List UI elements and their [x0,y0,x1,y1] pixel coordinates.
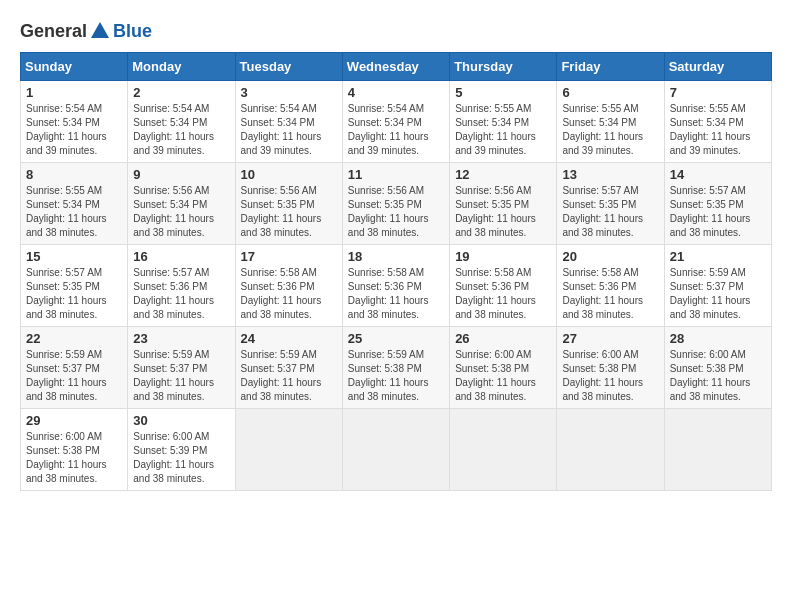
calendar-header-row: SundayMondayTuesdayWednesdayThursdayFrid… [21,53,772,81]
calendar-day-cell [235,409,342,491]
day-number: 25 [348,331,444,346]
day-number: 23 [133,331,229,346]
calendar-day-cell [664,409,771,491]
day-number: 14 [670,167,766,182]
day-number: 16 [133,249,229,264]
svg-marker-0 [91,22,109,38]
calendar-day-cell: 18 Sunrise: 5:58 AM Sunset: 5:36 PM Dayl… [342,245,449,327]
calendar-day-header: Thursday [450,53,557,81]
calendar-day-cell [450,409,557,491]
day-number: 30 [133,413,229,428]
calendar-day-cell: 5 Sunrise: 5:55 AM Sunset: 5:34 PM Dayli… [450,81,557,163]
day-number: 3 [241,85,337,100]
calendar-day-cell [342,409,449,491]
day-info: Sunrise: 5:59 AM Sunset: 5:37 PM Dayligh… [241,348,337,404]
day-number: 1 [26,85,122,100]
day-number: 27 [562,331,658,346]
calendar-day-cell: 6 Sunrise: 5:55 AM Sunset: 5:34 PM Dayli… [557,81,664,163]
day-info: Sunrise: 5:59 AM Sunset: 5:37 PM Dayligh… [26,348,122,404]
day-info: Sunrise: 5:58 AM Sunset: 5:36 PM Dayligh… [348,266,444,322]
day-number: 29 [26,413,122,428]
logo-blue-text: Blue [113,21,152,42]
day-info: Sunrise: 6:00 AM Sunset: 5:38 PM Dayligh… [26,430,122,486]
calendar-day-cell: 28 Sunrise: 6:00 AM Sunset: 5:38 PM Dayl… [664,327,771,409]
day-info: Sunrise: 6:00 AM Sunset: 5:38 PM Dayligh… [670,348,766,404]
logo-general-text: General [20,21,87,42]
day-number: 9 [133,167,229,182]
calendar-day-cell: 3 Sunrise: 5:54 AM Sunset: 5:34 PM Dayli… [235,81,342,163]
calendar-week-row: 1 Sunrise: 5:54 AM Sunset: 5:34 PM Dayli… [21,81,772,163]
calendar-day-header: Wednesday [342,53,449,81]
day-info: Sunrise: 5:54 AM Sunset: 5:34 PM Dayligh… [348,102,444,158]
day-info: Sunrise: 5:55 AM Sunset: 5:34 PM Dayligh… [455,102,551,158]
day-number: 17 [241,249,337,264]
logo: General Blue [20,20,152,42]
day-info: Sunrise: 5:59 AM Sunset: 5:37 PM Dayligh… [670,266,766,322]
calendar-day-cell: 15 Sunrise: 5:57 AM Sunset: 5:35 PM Dayl… [21,245,128,327]
calendar-day-cell: 30 Sunrise: 6:00 AM Sunset: 5:39 PM Dayl… [128,409,235,491]
day-number: 5 [455,85,551,100]
calendar-week-row: 8 Sunrise: 5:55 AM Sunset: 5:34 PM Dayli… [21,163,772,245]
calendar-day-cell: 16 Sunrise: 5:57 AM Sunset: 5:36 PM Dayl… [128,245,235,327]
calendar-day-header: Monday [128,53,235,81]
calendar-day-cell: 24 Sunrise: 5:59 AM Sunset: 5:37 PM Dayl… [235,327,342,409]
day-info: Sunrise: 5:55 AM Sunset: 5:34 PM Dayligh… [562,102,658,158]
calendar-day-cell: 21 Sunrise: 5:59 AM Sunset: 5:37 PM Dayl… [664,245,771,327]
calendar-day-cell: 25 Sunrise: 5:59 AM Sunset: 5:38 PM Dayl… [342,327,449,409]
day-info: Sunrise: 5:58 AM Sunset: 5:36 PM Dayligh… [241,266,337,322]
page-header: General Blue [20,20,772,42]
calendar-day-cell: 17 Sunrise: 5:58 AM Sunset: 5:36 PM Dayl… [235,245,342,327]
calendar-day-cell: 22 Sunrise: 5:59 AM Sunset: 5:37 PM Dayl… [21,327,128,409]
calendar-day-cell: 9 Sunrise: 5:56 AM Sunset: 5:34 PM Dayli… [128,163,235,245]
day-info: Sunrise: 5:56 AM Sunset: 5:35 PM Dayligh… [455,184,551,240]
calendar-day-cell: 26 Sunrise: 6:00 AM Sunset: 5:38 PM Dayl… [450,327,557,409]
calendar-day-header: Tuesday [235,53,342,81]
day-info: Sunrise: 5:57 AM Sunset: 5:35 PM Dayligh… [670,184,766,240]
day-info: Sunrise: 5:54 AM Sunset: 5:34 PM Dayligh… [26,102,122,158]
day-info: Sunrise: 5:56 AM Sunset: 5:35 PM Dayligh… [348,184,444,240]
day-number: 6 [562,85,658,100]
calendar-day-cell: 29 Sunrise: 6:00 AM Sunset: 5:38 PM Dayl… [21,409,128,491]
day-number: 12 [455,167,551,182]
day-info: Sunrise: 5:59 AM Sunset: 5:38 PM Dayligh… [348,348,444,404]
day-number: 28 [670,331,766,346]
day-number: 7 [670,85,766,100]
day-info: Sunrise: 5:58 AM Sunset: 5:36 PM Dayligh… [562,266,658,322]
calendar-day-cell: 8 Sunrise: 5:55 AM Sunset: 5:34 PM Dayli… [21,163,128,245]
calendar-week-row: 22 Sunrise: 5:59 AM Sunset: 5:37 PM Dayl… [21,327,772,409]
day-info: Sunrise: 5:58 AM Sunset: 5:36 PM Dayligh… [455,266,551,322]
calendar-day-cell: 10 Sunrise: 5:56 AM Sunset: 5:35 PM Dayl… [235,163,342,245]
calendar-day-cell: 20 Sunrise: 5:58 AM Sunset: 5:36 PM Dayl… [557,245,664,327]
calendar-day-cell: 23 Sunrise: 5:59 AM Sunset: 5:37 PM Dayl… [128,327,235,409]
calendar-day-cell: 2 Sunrise: 5:54 AM Sunset: 5:34 PM Dayli… [128,81,235,163]
day-info: Sunrise: 5:57 AM Sunset: 5:36 PM Dayligh… [133,266,229,322]
day-number: 21 [670,249,766,264]
calendar-day-header: Saturday [664,53,771,81]
day-number: 11 [348,167,444,182]
day-number: 19 [455,249,551,264]
calendar-day-cell: 11 Sunrise: 5:56 AM Sunset: 5:35 PM Dayl… [342,163,449,245]
calendar-day-cell: 19 Sunrise: 5:58 AM Sunset: 5:36 PM Dayl… [450,245,557,327]
calendar-day-cell: 27 Sunrise: 6:00 AM Sunset: 5:38 PM Dayl… [557,327,664,409]
calendar-week-row: 29 Sunrise: 6:00 AM Sunset: 5:38 PM Dayl… [21,409,772,491]
day-number: 20 [562,249,658,264]
day-info: Sunrise: 5:56 AM Sunset: 5:34 PM Dayligh… [133,184,229,240]
day-number: 26 [455,331,551,346]
day-number: 4 [348,85,444,100]
calendar-table: SundayMondayTuesdayWednesdayThursdayFrid… [20,52,772,491]
day-number: 22 [26,331,122,346]
calendar-week-row: 15 Sunrise: 5:57 AM Sunset: 5:35 PM Dayl… [21,245,772,327]
calendar-day-cell: 7 Sunrise: 5:55 AM Sunset: 5:34 PM Dayli… [664,81,771,163]
day-number: 10 [241,167,337,182]
day-number: 2 [133,85,229,100]
day-info: Sunrise: 5:54 AM Sunset: 5:34 PM Dayligh… [241,102,337,158]
calendar-day-cell: 4 Sunrise: 5:54 AM Sunset: 5:34 PM Dayli… [342,81,449,163]
day-info: Sunrise: 6:00 AM Sunset: 5:38 PM Dayligh… [455,348,551,404]
day-info: Sunrise: 5:57 AM Sunset: 5:35 PM Dayligh… [26,266,122,322]
day-info: Sunrise: 5:54 AM Sunset: 5:34 PM Dayligh… [133,102,229,158]
calendar-day-cell [557,409,664,491]
day-info: Sunrise: 6:00 AM Sunset: 5:39 PM Dayligh… [133,430,229,486]
day-info: Sunrise: 5:57 AM Sunset: 5:35 PM Dayligh… [562,184,658,240]
calendar-day-cell: 12 Sunrise: 5:56 AM Sunset: 5:35 PM Dayl… [450,163,557,245]
calendar-day-cell: 1 Sunrise: 5:54 AM Sunset: 5:34 PM Dayli… [21,81,128,163]
